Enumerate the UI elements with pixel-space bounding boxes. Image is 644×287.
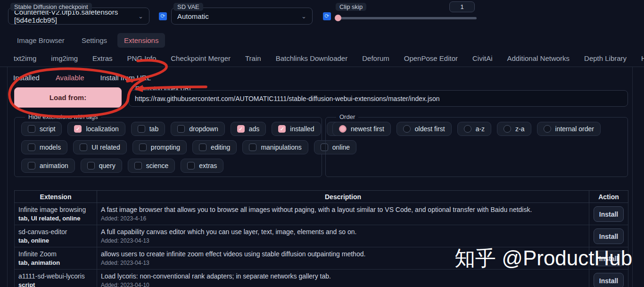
tag-filter-localization[interactable]: ✓localization [67, 122, 125, 136]
radio-icon [464, 125, 471, 133]
chevron-down-icon: ⌄ [138, 13, 143, 20]
tag-filter-extras[interactable]: extras [181, 159, 223, 173]
extension-description: A fast image browser that allows you to … [101, 206, 585, 213]
column-header-extension: Extension [15, 191, 97, 203]
action-cell: Install [589, 225, 628, 247]
sub-tab-civitai[interactable]: CivitAi [467, 51, 498, 66]
clip-skip-slider[interactable] [335, 17, 477, 19]
refresh-vae-button[interactable]: ⟳ [323, 12, 331, 20]
tag-filter-animation[interactable]: animation [21, 159, 75, 173]
order-option-z-a[interactable]: z-a [497, 122, 531, 136]
tag-filter-label: installed [290, 125, 314, 133]
extension-name: a1111-sd-webui-lycoris [18, 272, 93, 280]
tag-filter-script[interactable]: script [21, 122, 62, 136]
sub-tab-deforum[interactable]: Deforum [357, 51, 395, 66]
tag-filter-query[interactable]: query [81, 159, 122, 173]
tag-filter-installed[interactable]: ✓installed [272, 122, 321, 136]
clip-skip-slider-handle[interactable] [335, 15, 341, 21]
tag-filter-label: localization [86, 125, 118, 133]
tag-filter-dropdown[interactable]: dropdown [171, 122, 225, 136]
extension-tab-installed[interactable]: Installed [8, 72, 44, 84]
order-option-label: oldest first [415, 125, 445, 133]
install-button[interactable]: Install [594, 228, 624, 244]
refresh-checkpoint-button[interactable]: ⟳ [159, 12, 167, 20]
sub-tab-bar: txt2imgimg2imgExtrasPNG InfoCheckpoint M… [8, 51, 640, 66]
checkbox-icon [134, 162, 142, 169]
tag-filter-label: animation [40, 162, 68, 169]
sub-tab-checkpoint-merger[interactable]: Checkpoint Merger [165, 51, 236, 66]
extension-index-url-value: https://raw.githubusercontent.com/AUTOMA… [135, 95, 440, 102]
description-cell: allows users to create infinite zoom eff… [97, 247, 589, 270]
order-option-label: internal order [555, 125, 594, 133]
clip-skip-label: Clip skip [336, 3, 366, 11]
tag-filter-label: script [40, 125, 55, 133]
tag-filter-ads[interactable]: ✓ads [231, 122, 266, 136]
main-tab-settings[interactable]: Settings [75, 33, 114, 48]
load-from-button[interactable]: Load from: [14, 87, 122, 108]
sub-tab-train[interactable]: Train [240, 51, 266, 66]
main-tab-image-browser[interactable]: Image Browser [10, 33, 71, 48]
order-option-label: newest first [351, 125, 384, 133]
checkbox-icon [199, 144, 206, 151]
extension-index-url-input[interactable]: https://raw.githubusercontent.com/AUTOMA… [129, 90, 628, 107]
description-cell: Load lycoris: non-conventional rank adap… [97, 270, 589, 287]
install-button[interactable]: Install [594, 273, 624, 287]
radio-selected-icon [339, 125, 347, 133]
order-option-label: a-z [476, 125, 485, 133]
checkbox-checked-icon: ✓ [74, 125, 82, 133]
extension-added-date: Added: 2023-04-13 [101, 260, 585, 266]
action-cell: Install [589, 270, 628, 287]
tag-filter-tab[interactable]: tab [131, 122, 165, 136]
extension-description: allows users to create infinite zoom eff… [101, 250, 585, 258]
checkpoint-label: Stable Diffusion checkpoint [10, 3, 92, 11]
description-cell: A full capability canvas editor which yo… [97, 225, 589, 247]
sub-tab-img2img[interactable]: img2img [46, 51, 83, 66]
tag-filter-label: editing [211, 144, 230, 151]
order-option-internal-order[interactable]: internal order [537, 122, 601, 136]
order-option-a-z[interactable]: a-z [457, 122, 491, 136]
install-button[interactable]: Install [594, 251, 624, 266]
column-header-description: Description [97, 191, 589, 203]
description-cell: A fast image browser that allows you to … [97, 203, 589, 225]
order-option-oldest-first[interactable]: oldest first [396, 122, 452, 136]
radio-icon [544, 125, 551, 133]
extension-tab-install-from-url[interactable]: Install from URL [95, 72, 156, 84]
radio-icon [504, 125, 511, 133]
tag-filter-prompting[interactable]: prompting [132, 140, 187, 154]
sub-tab-extras[interactable]: Extras [87, 51, 118, 66]
tag-filter-ui-related[interactable]: UI related [73, 140, 127, 154]
tag-filter-models[interactable]: models [21, 140, 67, 154]
refresh-icon: ⟳ [324, 13, 329, 19]
action-cell: Install [589, 247, 628, 270]
sub-tab-hugging-face[interactable]: Hugging Face [636, 51, 644, 66]
clip-skip-number-input[interactable]: 1 [449, 1, 475, 12]
sub-tab-additional-networks[interactable]: Additional Networks [502, 51, 575, 66]
extension-tags: tab, UI related, online [18, 215, 93, 222]
checkbox-icon [28, 125, 35, 133]
sub-tab-batchlinks-downloader[interactable]: Batchlinks Downloader [271, 51, 353, 66]
table-row: Infinite Zoomtab, animationallows users … [15, 247, 628, 270]
sub-tab-txt2img[interactable]: txt2img [8, 51, 41, 66]
order-option-newest-first[interactable]: newest first [332, 122, 391, 136]
tag-filter-science[interactable]: science [128, 159, 175, 173]
sub-tab-depth-library[interactable]: Depth Library [579, 51, 632, 66]
tag-filter-label: dropdown [189, 125, 218, 133]
main-tab-extensions[interactable]: Extensions [117, 33, 165, 48]
extension-tab-bar: InstalledAvailableInstall from URL [8, 72, 156, 84]
checkbox-checked-icon: ✓ [237, 125, 245, 133]
sub-tab-png-info[interactable]: PNG Info [122, 51, 162, 66]
checkbox-icon [139, 144, 147, 151]
tag-filter-label: tab [149, 125, 158, 133]
install-button[interactable]: Install [594, 206, 624, 222]
table-header-row: Extension Description Action [15, 191, 628, 203]
extension-tab-available[interactable]: Available [51, 72, 89, 84]
table-row: a1111-sd-webui-lycorisscriptLoad lycoris… [15, 270, 628, 287]
checkbox-icon [187, 162, 195, 169]
tag-filter-label: query [99, 162, 116, 169]
checkbox-icon [87, 162, 95, 169]
tag-filter-editing[interactable]: editing [192, 140, 237, 154]
tag-filter-manipulations[interactable]: manipulations [242, 140, 308, 154]
sub-tab-openpose-editor[interactable]: OpenPose Editor [399, 51, 463, 66]
tag-filter-label: manipulations [261, 144, 301, 151]
radio-icon [403, 125, 411, 133]
